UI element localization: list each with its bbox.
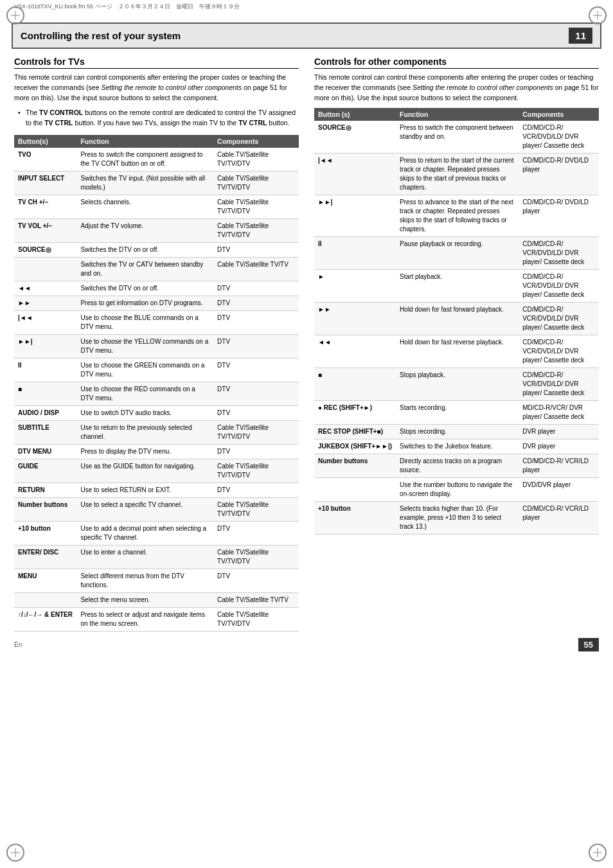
cell-function: Start playback. (396, 270, 519, 303)
cell-function: Hold down for fast forward playback. (396, 303, 519, 335)
cell-function: Use to add a decimal point when selectin… (76, 521, 213, 545)
page-header: Controlling the rest of your system 11 (12, 22, 601, 49)
cell-function: Use as the GUIDE button for navigating. (76, 459, 213, 483)
cell-components: DTV (213, 569, 299, 592)
cell-components: Cable TV/Satellite TV/TV/DTV (213, 497, 299, 521)
col-header-function: Function (76, 135, 213, 148)
table-row: ◄◄ Switches the DTV on or off. DTV (14, 281, 299, 296)
cell-button: TVO (14, 148, 76, 172)
cell-components: DTV (213, 310, 299, 334)
cell-components: Cable TV/Satellite TV/TV/DTV (213, 148, 299, 172)
footer-page-number: 55 (578, 638, 599, 651)
table-row: TV CH +/– Selects channels. Cable TV/Sat… (14, 195, 299, 218)
footer-bar: En 55 (14, 638, 599, 651)
cell-function: Use to switch DTV audio tracks. (76, 405, 213, 420)
right-column: Controls for other components This remot… (314, 57, 599, 632)
table-row: ENTER/ DISC Use to enter a channel. Cabl… (14, 545, 299, 569)
table-row: ►►| Press to advance to the start of the… (314, 195, 599, 237)
cell-components: DTV (213, 296, 299, 310)
cell-components: CD/MD/CD-R/ VCR/DVD/LD/ DVR player/ Cass… (519, 368, 599, 401)
col-header-button: Button(s) (14, 135, 76, 148)
cell-function: Select different menus from the DTV func… (76, 569, 213, 592)
cell-components: DTV (213, 444, 299, 459)
table-row: AUDIO / DISP Use to switch DTV audio tra… (14, 405, 299, 420)
table-row: Use the number buttons to navigate the o… (314, 478, 599, 502)
cell-button: DTV MENU (14, 444, 76, 459)
cell-button: SOURCE◎ (314, 121, 396, 154)
cell-components: DVD/DVR player (519, 478, 599, 502)
table-row: ►► Press to get information on DTV progr… (14, 296, 299, 310)
cell-button: Number buttons (314, 454, 396, 478)
cell-button: Number buttons (14, 497, 76, 521)
cell-button: |◄◄ (14, 310, 76, 334)
cell-button: ►► (314, 303, 396, 335)
cell-button: ● REC (SHIFT+►) (314, 401, 396, 425)
table-row: ● REC (SHIFT+►) Starts recording. MD/CD-… (314, 401, 599, 425)
table-row: DTV MENU Press to display the DTV menu. … (14, 444, 299, 459)
cell-function: Use to return to the previously selected… (76, 420, 213, 444)
table-row: ►► Hold down for fast forward playback. … (314, 303, 599, 335)
cell-button: ►► (14, 296, 76, 310)
corner-decoration-br (589, 844, 607, 862)
cell-button: SOURCE◎ (14, 242, 76, 257)
cell-components: CD/MD/CD-R/ VCR/DVD/LD/ DVR player/ Cass… (519, 237, 599, 270)
cell-function: Use to select a specific TV channel. (76, 497, 213, 521)
tv-controls-table: Button(s) Function Components TVO Press … (14, 135, 299, 632)
cell-button: ENTER/ DISC (14, 545, 76, 569)
cell-function: Select the menu screen. (76, 592, 213, 607)
table-row: TV VOL +/– Adjust the TV volume. Cable T… (14, 218, 299, 242)
table-row: Number buttons Directly access tracks on… (314, 454, 599, 478)
cell-button: II (14, 358, 76, 382)
cell-components: Cable TV/Satellite TV/TV/DTV (213, 607, 299, 631)
cell-button (314, 478, 396, 502)
cell-button: ■ (14, 382, 76, 405)
cell-button: ■ (314, 368, 396, 401)
left-section-bullet-item: The TV CONTROL buttons on the remote con… (18, 108, 299, 128)
cell-components: DTV (213, 483, 299, 497)
table-row: TVO Press to switch the component assign… (14, 148, 299, 172)
cell-button: II (314, 237, 396, 270)
cell-function: Switches to the Jukebox feature. (396, 439, 519, 454)
cell-components: Cable TV/Satellite TV/TV/DTV (213, 171, 299, 195)
other-controls-table: Button (s) Function Components SOURCE◎ P… (314, 108, 599, 535)
cell-components: DTV (213, 521, 299, 545)
cell-function: Press to select or adjust and navigate i… (76, 607, 213, 631)
col-header-components: Components (213, 135, 299, 148)
cell-function: Use to choose the YELLOW commands on a D… (76, 334, 213, 358)
cell-button: ►►| (314, 195, 396, 237)
table-row: ◄◄ Hold down for fast reverse playback. … (314, 335, 599, 368)
cell-components: DVR player (519, 425, 599, 439)
cell-components: Cable TV/Satellite TV/TV (213, 592, 299, 607)
cell-button: GUIDE (14, 459, 76, 483)
cell-button: SUBTITLE (14, 420, 76, 444)
table-header-row: Button(s) Function Components (14, 135, 299, 148)
cell-function: Switches the DTV on or off. (76, 281, 213, 296)
cell-function: Switches the DTV on or off. (76, 242, 213, 257)
left-section-title: Controls for TVs (14, 57, 299, 69)
cell-button: JUKEBOX (SHIFT+►►|) (314, 439, 396, 454)
cell-button: |◄◄ (314, 154, 396, 195)
right-col-header-button: Button (s) (314, 108, 396, 121)
left-section-bullet-list: The TV CONTROL buttons on the remote con… (18, 108, 299, 128)
corner-decoration-bl (6, 844, 24, 862)
table-row: ►►| Use to choose the YELLOW commands on… (14, 334, 299, 358)
cell-components: CD/MD/CD-R/ DVD/LD player (519, 195, 599, 237)
table-row: SUBTITLE Use to return to the previously… (14, 420, 299, 444)
table-row: JUKEBOX (SHIFT+►►|) Switches to the Juke… (314, 439, 599, 454)
cell-button: REC STOP (SHIFT+■) (314, 425, 396, 439)
cell-button: ◄◄ (314, 335, 396, 368)
file-path: VSX-1016TXV_KU.book.fm 55 ページ ２０６年３月２４日 … (14, 3, 599, 11)
cell-function: Press to switch the component assigned t… (76, 148, 213, 172)
cell-button: RETURN (14, 483, 76, 497)
cell-components: CD/MD/CD-R/ VCR/DVD/LD/ DVR player/ Cass… (519, 335, 599, 368)
cell-function: Stops playback. (396, 368, 519, 401)
right-section-intro: This remote control can control these co… (314, 73, 599, 103)
left-column: Controls for TVs This remote control can… (14, 57, 299, 632)
cell-components: Cable TV/Satellite TV/TV/DTV (213, 420, 299, 444)
cell-button: TV VOL +/– (14, 218, 76, 242)
cell-function: Switches the TV or CATV between standby … (76, 257, 213, 281)
cell-button: INPUT SELECT (14, 171, 76, 195)
cell-function: Press to switch the component between st… (396, 121, 519, 154)
cell-button: AUDIO / DISP (14, 405, 76, 420)
right-col-header-components: Components (519, 108, 599, 121)
